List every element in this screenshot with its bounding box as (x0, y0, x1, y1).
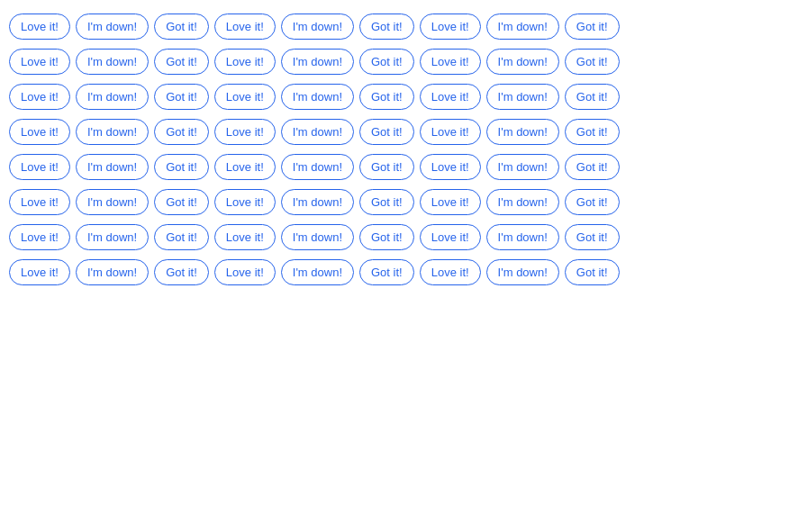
button-row: Love it!I'm down!Got it!Love it!I'm down… (9, 14, 798, 40)
pill-button[interactable]: I'm down! (281, 259, 354, 285)
pill-button[interactable]: Love it! (9, 14, 70, 40)
pill-button[interactable]: I'm down! (281, 49, 354, 75)
pill-button[interactable]: Love it! (214, 189, 276, 215)
pill-button[interactable]: Got it! (359, 14, 414, 40)
pill-button[interactable]: Got it! (359, 119, 414, 145)
pill-button[interactable]: Got it! (359, 259, 414, 285)
pill-button[interactable]: Love it! (9, 154, 70, 180)
pill-button[interactable]: Love it! (214, 49, 276, 75)
pill-button[interactable]: Love it! (9, 84, 70, 110)
pill-button[interactable]: I'm down! (76, 49, 149, 75)
pill-button[interactable]: Got it! (359, 224, 414, 250)
pill-button[interactable]: I'm down! (76, 84, 149, 110)
pill-button[interactable]: I'm down! (486, 259, 559, 285)
pill-button[interactable]: Got it! (359, 49, 414, 75)
pill-button[interactable]: Love it! (420, 119, 481, 145)
pill-button[interactable]: I'm down! (76, 119, 149, 145)
pill-button[interactable]: I'm down! (281, 224, 354, 250)
pill-button[interactable]: Got it! (154, 49, 209, 75)
pill-button[interactable]: I'm down! (486, 189, 559, 215)
button-row: Love it!I'm down!Got it!Love it!I'm down… (9, 154, 798, 180)
pill-button[interactable]: I'm down! (76, 189, 149, 215)
pill-button[interactable]: Got it! (565, 259, 620, 285)
pill-button[interactable]: Love it! (420, 49, 481, 75)
pill-button[interactable]: Love it! (9, 49, 70, 75)
button-row: Love it!I'm down!Got it!Love it!I'm down… (9, 189, 798, 215)
pill-button[interactable]: I'm down! (486, 154, 559, 180)
pill-button[interactable]: I'm down! (486, 14, 559, 40)
pill-button[interactable]: I'm down! (281, 84, 354, 110)
pill-button[interactable]: Got it! (565, 189, 620, 215)
pill-button[interactable]: I'm down! (281, 119, 354, 145)
button-row: Love it!I'm down!Got it!Love it!I'm down… (9, 119, 798, 145)
pill-button[interactable]: Love it! (214, 14, 276, 40)
pill-button[interactable]: Got it! (565, 84, 620, 110)
button-row: Love it!I'm down!Got it!Love it!I'm down… (9, 84, 798, 110)
pill-button[interactable]: Love it! (214, 154, 276, 180)
pill-button[interactable]: Got it! (359, 154, 414, 180)
pill-button[interactable]: Love it! (9, 119, 70, 145)
pill-button[interactable]: Got it! (154, 189, 209, 215)
pill-button[interactable]: Love it! (9, 259, 70, 285)
button-row: Love it!I'm down!Got it!Love it!I'm down… (9, 224, 798, 250)
pill-button[interactable]: I'm down! (76, 259, 149, 285)
pill-button[interactable]: I'm down! (486, 84, 559, 110)
pill-button[interactable]: Love it! (214, 224, 276, 250)
pill-button[interactable]: I'm down! (281, 154, 354, 180)
pill-button[interactable]: Love it! (214, 119, 276, 145)
pill-button[interactable]: Love it! (420, 154, 481, 180)
pill-button[interactable]: Got it! (565, 14, 620, 40)
pill-button[interactable]: Got it! (154, 119, 209, 145)
pill-button[interactable]: Got it! (565, 49, 620, 75)
pill-button[interactable]: Got it! (154, 84, 209, 110)
pill-button[interactable]: Got it! (154, 259, 209, 285)
pill-button[interactable]: Got it! (565, 224, 620, 250)
pill-button[interactable]: Love it! (420, 224, 481, 250)
pill-button[interactable]: Love it! (420, 84, 481, 110)
pill-button[interactable]: Love it! (9, 189, 70, 215)
pill-button[interactable]: I'm down! (486, 119, 559, 145)
button-row: Love it!I'm down!Got it!Love it!I'm down… (9, 49, 798, 75)
pill-button[interactable]: Got it! (154, 224, 209, 250)
pill-button[interactable]: Got it! (154, 14, 209, 40)
pill-button[interactable]: Got it! (359, 84, 414, 110)
pill-button[interactable]: Love it! (214, 84, 276, 110)
pill-button[interactable]: Love it! (420, 259, 481, 285)
pill-button[interactable]: Got it! (565, 119, 620, 145)
pill-button[interactable]: Love it! (214, 259, 276, 285)
pill-button[interactable]: Love it! (9, 224, 70, 250)
pill-button[interactable]: I'm down! (486, 49, 559, 75)
pill-button[interactable]: Love it! (420, 14, 481, 40)
pill-button[interactable]: Love it! (420, 189, 481, 215)
button-row: Love it!I'm down!Got it!Love it!I'm down… (9, 259, 798, 285)
pill-button[interactable]: Got it! (565, 154, 620, 180)
pill-button[interactable]: I'm down! (76, 224, 149, 250)
pill-button[interactable]: I'm down! (281, 189, 354, 215)
pill-button[interactable]: I'm down! (76, 154, 149, 180)
pill-button[interactable]: I'm down! (281, 14, 354, 40)
pill-button[interactable]: Got it! (359, 189, 414, 215)
pill-button[interactable]: Got it! (154, 154, 209, 180)
pill-button[interactable]: I'm down! (486, 224, 559, 250)
button-grid: Love it!I'm down!Got it!Love it!I'm down… (0, 0, 807, 308)
pill-button[interactable]: I'm down! (76, 14, 149, 40)
